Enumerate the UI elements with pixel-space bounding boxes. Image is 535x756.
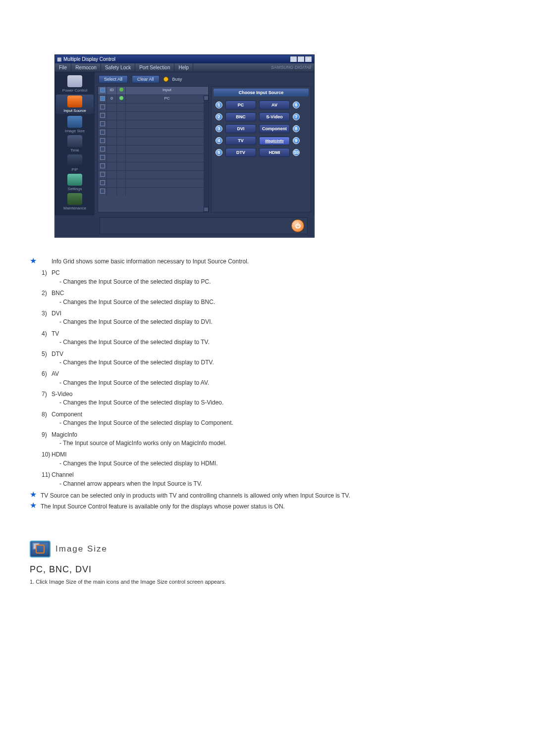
panel-title: Choose Input Source (214, 89, 309, 97)
busy-label: Busy (172, 77, 182, 82)
list-item: 11)Channel- Channel arrow appears when t… (30, 471, 505, 488)
sidebar-item-label: Input Source (56, 108, 94, 113)
number-badge-10: 10 (293, 149, 300, 156)
row-checkbox[interactable] (100, 172, 105, 177)
list-number: 11) (41, 471, 52, 479)
table-row[interactable] (98, 103, 209, 111)
list-title: BNC (52, 289, 505, 298)
sidebar-item-label: Image Size (56, 129, 94, 133)
sidebar-maintenance-icon (67, 193, 82, 205)
list-desc: - Changes the Input Source of the select… (59, 459, 505, 468)
source-btn-hdmi[interactable]: HDMI (259, 148, 290, 157)
list-title: TV (52, 330, 505, 338)
number-badge-5: 5 (215, 149, 222, 156)
list-number: 6) (41, 370, 52, 378)
list-number: 5) (41, 350, 52, 358)
sidebar-settings[interactable]: Settings (56, 174, 94, 191)
sidebar-item-label: Settings (56, 187, 94, 191)
list-item: 10)HDMI- Changes the Input Source of the… (30, 451, 505, 468)
row-checkbox[interactable] (100, 155, 105, 160)
table-row[interactable] (98, 145, 209, 153)
source-btn-bnc[interactable]: BNC (225, 112, 256, 121)
row-checkbox[interactable] (100, 163, 105, 168)
sidebar-image-size[interactable]: Image Size (56, 116, 94, 133)
scroll-down-button[interactable] (204, 207, 209, 212)
grid-col-id: ID (107, 87, 117, 95)
source-btn-component[interactable]: Component (259, 124, 290, 133)
source-btn-s-video[interactable]: S-Video (259, 112, 290, 121)
sidebar-pip-icon (67, 154, 82, 166)
window-buttons: _ □ × (290, 56, 312, 62)
list-desc: - Changes the Input Source of the select… (59, 399, 505, 407)
minimize-button[interactable]: _ (290, 56, 297, 62)
table-row[interactable] (98, 162, 209, 170)
table-row[interactable] (98, 170, 209, 179)
row-checkbox[interactable] (100, 96, 105, 101)
table-row[interactable] (98, 111, 209, 120)
table-row[interactable]: 0 PC (98, 95, 209, 103)
row-checkbox[interactable] (100, 147, 105, 151)
menubar: File Remocon Safety Lock Port Selection … (55, 63, 314, 72)
scroll-up-button[interactable] (204, 96, 209, 101)
menu-remocon[interactable]: Remocon (71, 63, 101, 72)
sidebar-power-control[interactable]: Power Control (56, 75, 94, 93)
image-size-icon (30, 541, 51, 557)
list-desc: - Changes the Input Source of the select… (59, 419, 505, 427)
list-title: Component (52, 410, 505, 419)
menu-help[interactable]: Help (174, 63, 193, 72)
list-number: 9) (41, 431, 52, 439)
table-row[interactable] (98, 179, 209, 187)
sidebar-settings-icon (67, 174, 82, 186)
source-btn-pc[interactable]: PC (225, 101, 256, 109)
list-number: 7) (41, 390, 52, 399)
grid-scrollbar[interactable] (204, 96, 209, 212)
table-row[interactable] (98, 120, 209, 128)
sidebar-input-source[interactable]: Input Source (56, 95, 94, 114)
close-button[interactable]: × (305, 56, 312, 62)
list-title: DVI (52, 309, 505, 318)
list-desc: - Channel arrow appears when the Input S… (59, 480, 505, 488)
menu-port-selection[interactable]: Port Selection (135, 63, 174, 72)
table-row[interactable] (98, 128, 209, 137)
list-item: 4)TV- Changes the Input Source of the se… (30, 330, 505, 347)
pc-bnc-dvi-heading: PC, BNC, DVI (30, 564, 505, 575)
row-checkbox[interactable] (100, 138, 105, 143)
number-badge-1: 1 (215, 101, 222, 108)
table-row[interactable] (98, 153, 209, 162)
row-checkbox[interactable] (100, 113, 105, 118)
source-btn-av[interactable]: AV (259, 101, 290, 109)
table-row[interactable] (98, 187, 209, 196)
list-title: S-Video (52, 390, 505, 399)
list-item: 2)BNC- Changes the Input Source of the s… (30, 289, 505, 306)
table-row[interactable] (98, 137, 209, 145)
row-checkbox[interactable] (100, 180, 105, 185)
busy-dot-icon (163, 77, 168, 82)
sidebar-pip[interactable]: PIP (56, 154, 94, 172)
sidebar-item-label: Maintenance (56, 206, 94, 210)
select-all-button[interactable]: Select All (99, 75, 128, 83)
sidebar-time-icon (67, 135, 82, 147)
list-title: HDMI (52, 451, 505, 459)
list-title: PC (52, 269, 505, 277)
sidebar-power-control-icon (67, 75, 82, 87)
clear-all-button[interactable]: Clear All (132, 75, 160, 83)
star-bullet-icon: ★ (30, 491, 41, 498)
row-checkbox[interactable] (100, 121, 105, 126)
check-all-box[interactable] (100, 88, 105, 93)
row-checkbox[interactable] (100, 104, 105, 109)
app-icon: ▦ (57, 56, 61, 62)
list-item: 5)DTV- Changes the Input Source of the s… (30, 350, 505, 367)
source-btn-magicinfo[interactable]: MagicInfo (259, 137, 290, 145)
row-checkbox[interactable] (100, 189, 105, 194)
row-checkbox[interactable] (100, 130, 105, 135)
menu-file[interactable]: File (55, 63, 71, 72)
sidebar-maintenance[interactable]: Maintenance (56, 193, 94, 210)
source-btn-dtv[interactable]: DTV (225, 148, 256, 157)
source-btn-tv[interactable]: TV (225, 136, 256, 145)
list-number: 10) (41, 451, 52, 459)
source-btn-dvi[interactable]: DVI (225, 124, 256, 133)
power-icon[interactable]: ⏻ (291, 219, 304, 232)
sidebar-time[interactable]: Time (56, 135, 94, 152)
maximize-button[interactable]: □ (297, 56, 305, 62)
menu-safety-lock[interactable]: Safety Lock (101, 63, 135, 72)
